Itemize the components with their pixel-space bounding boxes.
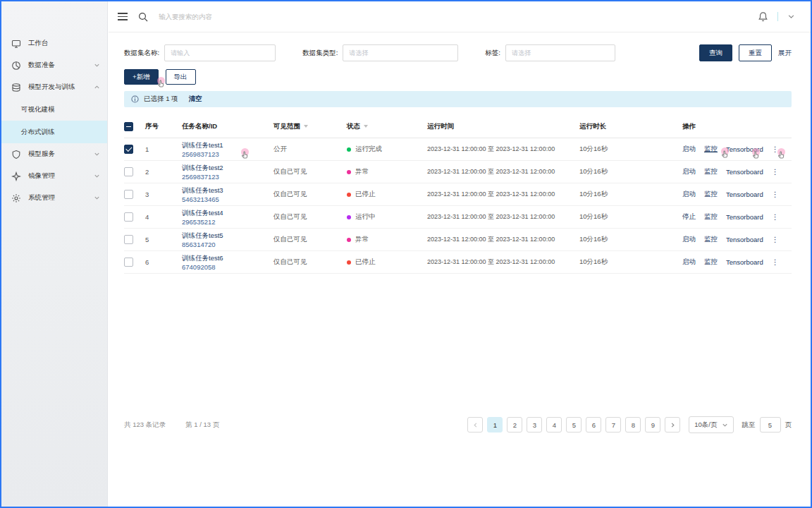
start-action-link[interactable]: 启动 (682, 235, 696, 244)
reset-button[interactable]: 重置 (739, 44, 772, 61)
tag-select[interactable] (505, 44, 615, 61)
sidebar-item-workbench[interactable]: 工作台 (1, 32, 107, 54)
gear-icon (11, 193, 21, 203)
page-button[interactable]: 3 (527, 417, 542, 433)
more-actions-icon[interactable]: ⋮ (772, 168, 779, 176)
monitor-action-link[interactable]: 监控 (704, 167, 718, 176)
sidebar-item-model-dev-training[interactable]: 模型开发与训练 (1, 76, 107, 98)
task-id: 674092058 (182, 262, 273, 272)
toolbar: +新增 导出 (124, 69, 792, 85)
task-duration: 10分16秒 (579, 167, 682, 176)
jump-to-label: 跳至 (742, 421, 756, 430)
sidebar-item-model-service[interactable]: 模型服务 (1, 143, 107, 165)
col-status[interactable]: 状态 (347, 122, 427, 131)
col-scope[interactable]: 可见范围 (273, 122, 347, 131)
row-checkbox[interactable] (124, 167, 133, 176)
start-action-link[interactable]: 启动 (682, 167, 696, 176)
page-button[interactable]: 7 (605, 417, 621, 433)
page-button[interactable]: 6 (586, 417, 601, 433)
monitor-action-link[interactable]: 监控 (704, 235, 718, 244)
more-actions-icon[interactable]: ⋮ (772, 190, 779, 198)
task-name-link[interactable]: 训练任务test4 (182, 208, 273, 217)
page-button[interactable]: 1 (487, 417, 503, 433)
task-name-link[interactable]: 训练任务test1 (182, 140, 273, 150)
sidebar: 工作台 数据准备 模型开发与训练 可视化建模 分布式训练 模型服务 镜像管理 系… (1, 1, 108, 507)
page-button[interactable]: 5 (566, 417, 582, 433)
sidebar-item-label: 可视化建模 (21, 105, 100, 114)
start-action-link[interactable]: 启动 (682, 258, 696, 267)
monitor-action-link[interactable]: 监控 (704, 190, 718, 199)
task-duration: 10分16秒 (579, 190, 682, 199)
row-checkbox[interactable] (124, 145, 133, 154)
sidebar-item-image-management[interactable]: 镜像管理 (1, 165, 107, 187)
row-checkbox[interactable] (124, 190, 133, 199)
tensorboard-action-link[interactable]: Tensorboard (726, 236, 763, 243)
task-name-link[interactable]: 训练任务test5 (182, 231, 273, 240)
search-button[interactable]: 查询 (699, 44, 732, 61)
dataset-name-input[interactable] (164, 44, 276, 61)
task-scope: 仅自己可见 (273, 212, 347, 222)
page-button[interactable]: 2 (507, 417, 522, 433)
export-button[interactable]: 导出 (166, 69, 196, 85)
sidebar-item-distributed-training[interactable]: 分布式训练 (1, 121, 107, 143)
sidebar-item-visual-modeling[interactable]: 可视化建模 (1, 98, 107, 121)
row-checkbox[interactable] (124, 258, 133, 267)
chevron-down-icon (94, 173, 100, 179)
tensorboard-action-link[interactable]: Tensorboard (726, 258, 763, 266)
more-actions-icon[interactable]: ⋮ (772, 258, 779, 266)
dataset-name-label: 数据集名称: (124, 49, 159, 58)
tensorboard-action-link[interactable]: Tensorboard (726, 213, 763, 221)
more-actions-icon[interactable]: ⋮ (772, 213, 779, 221)
page-button[interactable]: 8 (625, 417, 641, 433)
search-icon (138, 12, 148, 22)
row-checkbox[interactable] (124, 212, 133, 222)
dataset-type-select[interactable] (343, 44, 458, 61)
task-time: 2023-12-31 12:00:00 至 2023-12-31 12:00:0… (427, 258, 579, 267)
col-time: 运行时间 (427, 122, 579, 131)
hamburger-menu-icon[interactable] (118, 13, 128, 20)
pagination-bar: 共 123 条记录 第 1 / 13 页 1 2 3 4 5 6 7 8 9 1… (124, 416, 792, 433)
monitor-action-link[interactable]: 监控 (704, 258, 718, 267)
sidebar-item-system-management[interactable]: 系统管理 (1, 187, 107, 209)
tensorboard-action-link[interactable]: Tensorboard (726, 190, 763, 198)
page-button[interactable]: 9 (645, 417, 660, 433)
select-all-checkbox[interactable] (124, 122, 133, 131)
user-menu-chevron-icon[interactable] (787, 13, 795, 20)
notification-bell-icon[interactable] (758, 11, 768, 22)
row-index: 3 (145, 190, 182, 198)
page-button[interactable]: 4 (546, 417, 562, 433)
task-name-link[interactable]: 训练任务test2 (182, 163, 273, 172)
status-label: 运行中 (355, 212, 376, 222)
task-name-link[interactable]: 训练任务test3 (182, 186, 273, 195)
dataset-type-label: 数据集类型: (302, 49, 338, 58)
filter-caret-icon (304, 125, 308, 128)
tensorboard-action-link[interactable]: Tensorboard (726, 168, 763, 176)
tensorboard-action-link[interactable]: Tensorboard (726, 145, 763, 153)
selection-count-text: 已选择 1 项 (144, 95, 178, 104)
start-action-link[interactable]: 启动 (682, 145, 696, 154)
col-index: 序号 (145, 122, 182, 131)
monitor-action-link[interactable]: 监控 (704, 145, 718, 154)
global-search-input[interactable] (159, 13, 321, 20)
expand-link[interactable]: 展开 (778, 49, 792, 58)
filter-actions: 查询 重置 展开 (699, 44, 792, 61)
row-checkbox[interactable] (124, 235, 133, 244)
prev-page-button[interactable] (467, 417, 483, 433)
sidebar-item-label: 工作台 (28, 39, 100, 48)
sidebar-item-data-prep[interactable]: 数据准备 (1, 54, 107, 76)
next-page-button[interactable] (665, 417, 680, 433)
more-actions-icon[interactable]: ⋮ (772, 236, 779, 243)
status-label: 异常 (355, 167, 369, 176)
start-action-link[interactable]: 启动 (682, 190, 696, 199)
monitor-action-link[interactable]: 监控 (704, 212, 718, 222)
page-size-select[interactable]: 10条/页 (689, 416, 733, 433)
jump-to-input[interactable] (760, 417, 781, 433)
more-actions-icon[interactable]: ⋮ (772, 145, 779, 153)
current-page-text: 第 1 / 13 页 (185, 421, 219, 430)
task-scope: 仅自己可见 (273, 258, 347, 267)
clear-selection-link[interactable]: 清空 (189, 95, 202, 104)
task-name-link[interactable]: 训练任务test6 (182, 253, 273, 262)
filter-dataset-name: 数据集名称: (124, 44, 276, 61)
add-button[interactable]: +新增 (124, 69, 159, 85)
stop-action-link[interactable]: 停止 (682, 212, 696, 222)
